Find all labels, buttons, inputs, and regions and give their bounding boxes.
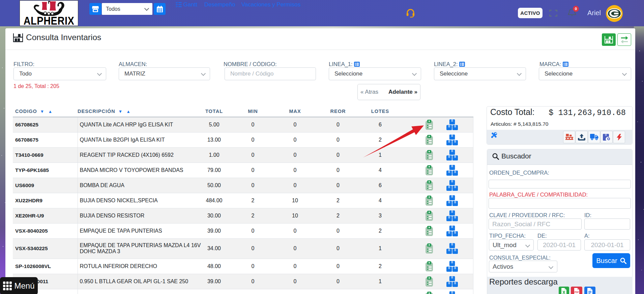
svg-text:PDF: PDF (575, 291, 579, 293)
